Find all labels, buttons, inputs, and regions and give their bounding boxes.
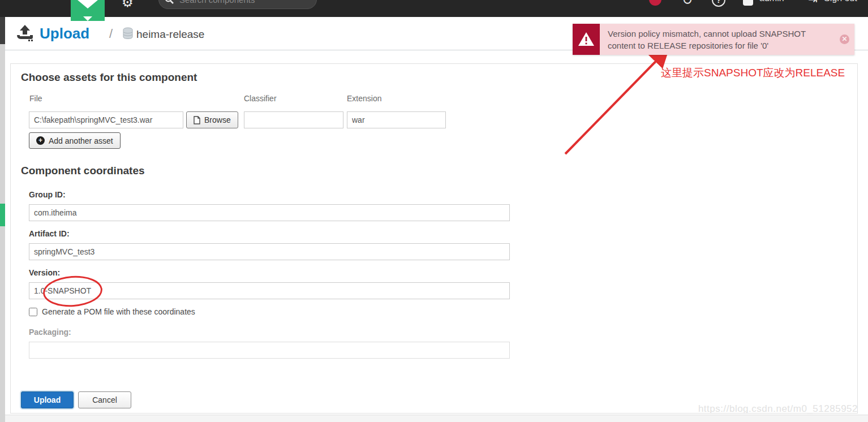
upload-form-panel: Choose assets for this component File Cl… [10, 63, 858, 414]
gear-icon[interactable]: ⚙ [122, 0, 134, 10]
generate-pom-checkbox[interactable] [29, 308, 37, 316]
page-title[interactable]: Upload [40, 25, 89, 42]
packaging-label: Packaging: [29, 328, 71, 337]
sidebar-active-indicator [0, 204, 5, 226]
group-id-input[interactable] [29, 204, 510, 221]
version-label: Version: [29, 268, 60, 277]
assets-heading: Choose assets for this component [21, 71, 197, 84]
annotation-arrow [557, 46, 676, 160]
artifact-id-input[interactable] [29, 243, 510, 260]
search-box[interactable] [158, 0, 317, 9]
annotation-text: 这里提示SNAPSHOT应改为RELEASE [661, 66, 845, 80]
upload-button[interactable]: Upload [21, 391, 74, 408]
browse-label: Browse [204, 115, 231, 124]
search-icon [165, 0, 174, 4]
coordinates-heading: Component coordinates [21, 165, 145, 177]
nexus-logo-icon[interactable] [71, 0, 105, 21]
user-menu[interactable]: admin [759, 0, 784, 3]
group-id-label: Group ID: [29, 190, 66, 199]
cancel-button[interactable]: Cancel [78, 391, 131, 408]
packaging-input [29, 342, 510, 359]
error-message: Version policy mismatch, cannot upload S… [600, 24, 854, 55]
sign-out-button[interactable]: Sign out [824, 0, 857, 3]
add-asset-button[interactable]: + Add another asset [29, 132, 121, 149]
watermark: https://blog.csdn.net/m0_51285952 [698, 403, 858, 415]
classifier-input[interactable] [244, 111, 343, 128]
extension-input[interactable] [347, 111, 446, 128]
warning-icon [573, 24, 600, 55]
plus-circle-icon: + [36, 136, 45, 145]
file-input[interactable] [29, 111, 183, 128]
refresh-icon[interactable]: ↻ [682, 0, 693, 8]
sidebar-top-segment [0, 17, 5, 44]
sign-out-icon[interactable]: ⇥ [808, 0, 818, 6]
classifier-label: Classifier [244, 94, 277, 103]
add-asset-label: Add another asset [49, 136, 113, 145]
top-bar: ⚙ ↻ ? admin ⇥ Sign out [0, 0, 868, 17]
error-notification: Version policy mismatch, cannot upload S… [573, 24, 854, 55]
browse-button[interactable]: Browse [186, 111, 238, 128]
file-icon [194, 116, 200, 124]
breadcrumb-separator: / [109, 27, 113, 41]
upload-icon [16, 24, 34, 41]
extension-label: Extension [347, 94, 381, 103]
help-icon[interactable]: ? [712, 0, 725, 7]
collapsed-sidebar[interactable] [0, 17, 5, 422]
breadcrumb-repository: heima-release [136, 28, 204, 41]
footer-strip [0, 415, 868, 422]
close-icon[interactable]: ✕ [840, 35, 849, 44]
artifact-id-label: Artifact ID: [29, 229, 70, 238]
user-icon[interactable] [743, 0, 753, 6]
notification-badge-icon[interactable] [649, 0, 661, 6]
repository-icon [122, 27, 134, 40]
generate-pom-row: Generate a POM file with these coordinat… [29, 307, 195, 316]
search-input[interactable] [178, 0, 294, 5]
file-label: File [29, 94, 42, 103]
generate-pom-label: Generate a POM file with these coordinat… [42, 307, 195, 316]
